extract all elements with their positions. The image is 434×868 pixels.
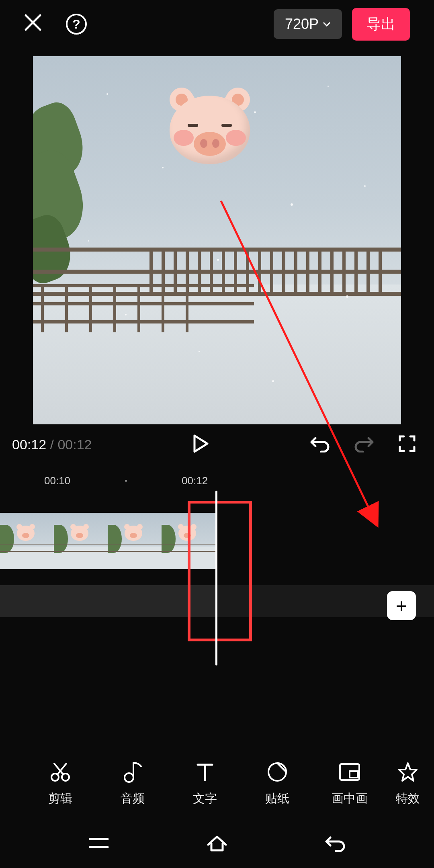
nav-back-button[interactable]: [324, 834, 346, 854]
time-separator: /: [46, 437, 57, 452]
tool-audio[interactable]: 音频: [96, 761, 169, 807]
redo-button[interactable]: [354, 435, 374, 454]
resolution-selector[interactable]: 720P: [274, 9, 342, 39]
current-time: 00:12: [12, 437, 46, 452]
svg-rect-6: [350, 771, 358, 778]
video-preview[interactable]: [33, 56, 401, 424]
top-bar: ? 720P 导出: [0, 0, 434, 48]
text-icon: [195, 761, 215, 783]
nav-menu-button[interactable]: [88, 835, 110, 853]
time-display: 00:12 / 00:12: [12, 437, 92, 452]
clip-thumbnail[interactable]: [108, 513, 162, 569]
close-button[interactable]: [24, 12, 42, 36]
ruler-mark: 00:10: [44, 475, 70, 487]
tool-label: 画中画: [332, 790, 368, 807]
tool-label: 文字: [193, 790, 217, 807]
resolution-label: 720P: [285, 16, 319, 33]
clip-thumbnail[interactable]: [54, 513, 108, 569]
playhead[interactable]: [215, 491, 217, 665]
add-clip-button[interactable]: +: [387, 591, 416, 620]
total-time: 00:12: [57, 437, 92, 452]
svg-point-3: [125, 773, 133, 782]
ruler-dot: [125, 480, 127, 482]
tool-label: 剪辑: [48, 790, 72, 807]
playback-bar: 00:12 / 00:12: [0, 424, 434, 465]
export-button[interactable]: 导出: [352, 8, 410, 41]
sticker-icon: [267, 761, 288, 783]
music-note-icon: [123, 761, 143, 783]
time-ruler: 00:10 00:12: [0, 469, 434, 493]
tool-text[interactable]: 文字: [169, 761, 241, 807]
ruler-mark: 00:12: [182, 475, 208, 487]
annotation-highlight: [188, 501, 252, 641]
play-button[interactable]: [193, 434, 209, 455]
tool-edit[interactable]: 剪辑: [24, 761, 96, 807]
audio-clip[interactable]: [0, 585, 215, 617]
undo-button[interactable]: [310, 435, 330, 454]
system-navbar: [0, 820, 434, 868]
help-button[interactable]: ?: [66, 14, 87, 35]
tool-sticker[interactable]: 贴纸: [241, 761, 313, 807]
tool-label: 贴纸: [265, 790, 289, 807]
timeline[interactable]: 00:10 00:12 +: [0, 469, 434, 649]
star-icon: [397, 761, 418, 783]
fullscreen-button[interactable]: [398, 435, 416, 454]
pig-sticker[interactable]: [162, 90, 258, 170]
chevron-down-icon: [323, 22, 331, 27]
tool-pip[interactable]: 画中画: [313, 761, 386, 807]
tool-label: 特效: [396, 790, 420, 807]
tool-label: 音频: [121, 790, 145, 807]
clip-thumbnail[interactable]: [0, 513, 54, 569]
video-track[interactable]: [0, 513, 215, 569]
scissors-icon: [49, 761, 71, 783]
edit-toolbar: 剪辑 音频 文字 贴纸 画中画 特效: [0, 747, 434, 820]
nav-home-button[interactable]: [205, 833, 229, 854]
tool-effects[interactable]: 特效: [386, 761, 430, 807]
pip-icon: [338, 761, 361, 783]
